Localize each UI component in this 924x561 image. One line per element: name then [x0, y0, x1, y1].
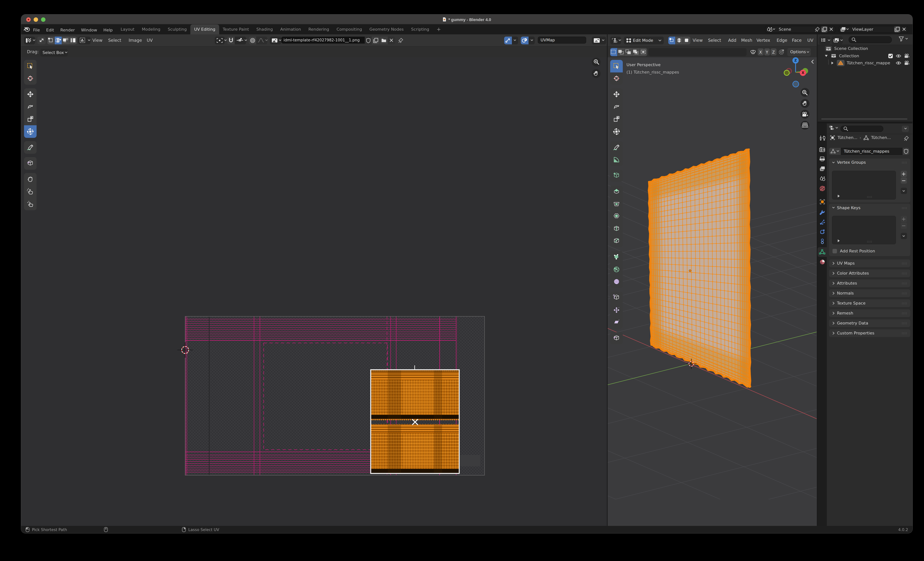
viewport-menu-uv[interactable]: UV [807, 34, 813, 46]
uv-display-channels-button[interactable] [591, 36, 606, 44]
transform-tool[interactable] [610, 125, 622, 138]
panel-header-shape-keys[interactable]: Shape Keys:::: [829, 204, 910, 212]
viewport-menu-mesh[interactable]: Mesh [741, 34, 752, 46]
uv-sticky-select-button[interactable] [78, 36, 90, 44]
uv-image-name-field[interactable]: idml-template-rf42027982-1001__1.png [281, 36, 365, 44]
viewlayer-selector[interactable]: ViewLayer [838, 26, 908, 33]
list-grip[interactable]: :::: [867, 240, 873, 243]
disclosure-right-icon[interactable] [837, 194, 840, 198]
properties-search-input[interactable] [840, 126, 884, 132]
disclosure-right-icon[interactable] [831, 62, 834, 65]
shape-keys-list[interactable]: :::: [832, 216, 896, 244]
properties-tab-particles[interactable] [818, 217, 827, 227]
measure-tool[interactable] [610, 153, 622, 166]
outliner-row-mesh-object[interactable]: Tütchen_rissc_mappe [818, 60, 912, 67]
properties-tab-output[interactable] [818, 154, 827, 164]
panel-grip[interactable]: :::: [902, 272, 907, 275]
panel-header-vertex-groups[interactable]: Vertex Groups:::: [829, 158, 910, 166]
panel-grip[interactable]: :::: [902, 312, 907, 315]
randomize-tool[interactable] [610, 304, 622, 316]
viewport-nav-gizmo[interactable]: XZ [784, 57, 808, 87]
uv-menu-view[interactable]: View [92, 34, 103, 46]
uv-pin-icon[interactable] [398, 38, 403, 43]
viewlayer-name[interactable]: ViewLayer [850, 27, 876, 32]
uv-select-vertex[interactable] [47, 36, 55, 44]
pin-icon[interactable] [814, 27, 820, 32]
properties-tab-object[interactable] [818, 197, 827, 207]
panel-grip[interactable]: :::: [902, 262, 907, 265]
properties-tab-render[interactable] [818, 144, 827, 154]
pinch-tool[interactable] [24, 198, 36, 210]
uv-pivot-button[interactable] [214, 36, 225, 44]
tab-rendering[interactable]: Rendering [305, 24, 333, 34]
viewport-menu-vertex[interactable]: Vertex [757, 34, 770, 46]
shear-tool[interactable] [610, 316, 622, 328]
new-image-button[interactable] [372, 36, 380, 44]
extrude-tool[interactable] [610, 185, 622, 198]
scale-tool[interactable] [24, 113, 36, 125]
unlink-image-button[interactable] [388, 38, 395, 43]
uv-select-island[interactable] [69, 36, 77, 44]
uv-canvas[interactable] [21, 57, 607, 526]
properties-pin-icon[interactable] [904, 135, 909, 141]
menu-render[interactable]: Render [57, 28, 78, 33]
panel-attributes[interactable]: Attributes:::: [829, 279, 910, 287]
properties-tab-tool[interactable] [818, 133, 827, 142]
sidebar-collapse-arrow[interactable] [810, 59, 814, 64]
select-box-new[interactable] [610, 48, 617, 56]
cursor-tool[interactable] [24, 72, 36, 85]
viewport-camera-view-button[interactable] [800, 110, 809, 118]
outliner-row-scene-collection[interactable]: Scene Collection [818, 45, 912, 52]
panel-texture-space[interactable]: Texture Space:::: [829, 299, 910, 307]
fake-user-shield-button[interactable] [365, 38, 372, 43]
camera-icon[interactable] [904, 61, 910, 66]
mode-dropdown[interactable]: Edit Mode [624, 36, 664, 44]
inset-tool[interactable] [610, 198, 622, 210]
tweak-tool[interactable] [24, 60, 36, 72]
gizmo-axis-neg-z[interactable] [793, 81, 799, 87]
remove-shape-key-button[interactable] [900, 222, 907, 229]
scale-tool[interactable] [610, 113, 622, 125]
uv-snap-menu[interactable] [235, 36, 246, 44]
tweak-tool[interactable] [610, 60, 622, 72]
select-mode-vertex[interactable] [668, 36, 675, 44]
properties-tab-modifiers[interactable] [818, 207, 827, 217]
properties-tab-view-layer[interactable] [818, 164, 827, 173]
select-mode-face[interactable] [683, 36, 690, 44]
properties-tab-constraints[interactable] [818, 237, 827, 246]
panel-geometry-data[interactable]: Geometry Data:::: [829, 319, 910, 327]
mesh-data-selector[interactable] [829, 148, 841, 154]
mesh-plane[interactable] [648, 149, 751, 388]
menu-edit[interactable]: Edit [43, 28, 57, 33]
uv-select-edge[interactable] [55, 36, 62, 44]
tab-compositing[interactable]: Compositing [333, 24, 366, 34]
panel-normals[interactable]: Normals:::: [829, 290, 910, 297]
panel-grip[interactable]: :::: [902, 282, 907, 285]
viewport-menu-edge[interactable]: Edge [777, 34, 787, 46]
viewport-zoom-button[interactable] [800, 88, 809, 97]
mirror-y-button[interactable]: Y [764, 48, 770, 56]
edge-slide-tool[interactable] [610, 291, 622, 304]
annotate-tool[interactable] [610, 141, 622, 153]
tab-animation[interactable]: Animation [277, 24, 305, 34]
vertex-group-specials-button[interactable] [900, 188, 907, 194]
menu-help[interactable]: Help [100, 28, 116, 33]
unlink-scene-button[interactable] [829, 27, 834, 32]
fake-user-shield-button[interactable] [903, 148, 909, 154]
new-viewlayer-button[interactable] [894, 26, 900, 33]
new-scene-button[interactable] [821, 26, 828, 33]
viewport-pan-button[interactable] [800, 99, 809, 108]
gizmo-axis-neg-y[interactable] [784, 70, 789, 75]
annotate-tool[interactable] [24, 141, 36, 153]
uv-select-face[interactable] [62, 36, 69, 44]
uv-display-stretch-toggle[interactable] [504, 36, 512, 44]
breadcrumb-data[interactable]: Tütchen... [871, 135, 891, 140]
panel-grip[interactable]: :::: [902, 206, 907, 209]
properties-tab-world[interactable] [818, 183, 827, 193]
outliner-filter-button[interactable] [898, 36, 908, 41]
mirror-z-button[interactable]: Z [771, 48, 776, 56]
outliner-search-input[interactable] [849, 36, 892, 43]
relax-tool[interactable] [24, 185, 36, 198]
add-rest-position-checkbox[interactable] [832, 249, 837, 254]
transform-tool[interactable] [24, 125, 36, 138]
